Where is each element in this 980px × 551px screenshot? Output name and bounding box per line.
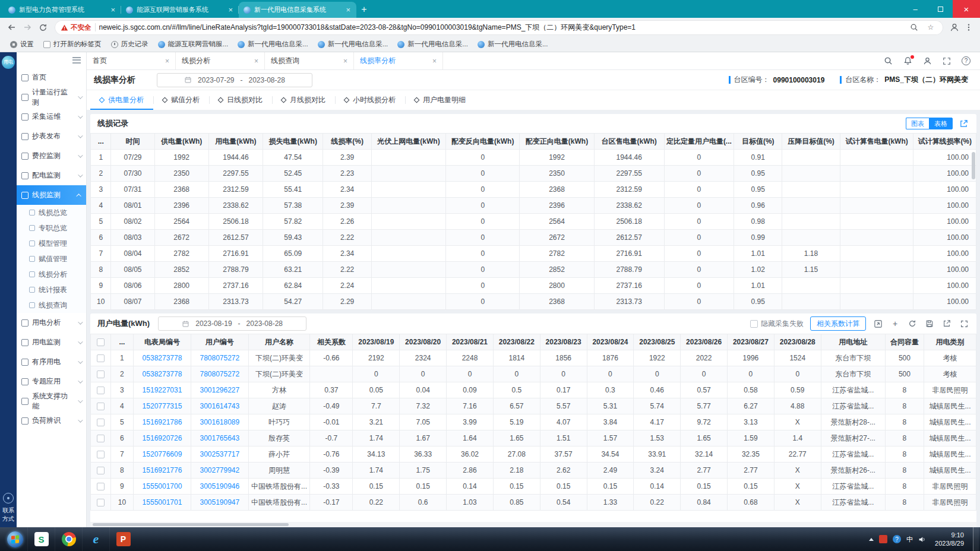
bookmark-star-icon[interactable]: ☆ xyxy=(924,21,937,34)
date-range-picker[interactable]: 2023-07-29 - 2023-08-28 xyxy=(157,73,312,87)
app-tab[interactable]: 线损查询× xyxy=(265,52,354,69)
search-icon[interactable] xyxy=(884,56,893,65)
table-row[interactable]: 715207766093002537717薛小芹-0.7634.1336.333… xyxy=(91,446,976,463)
new-tab-button[interactable]: + xyxy=(356,2,372,17)
sidebar-item-line-loss-monitor[interactable]: 线损监测 xyxy=(17,185,86,205)
row-checkbox[interactable] xyxy=(97,451,105,458)
correlation-calc-button[interactable]: 相关系数计算 xyxy=(810,316,866,331)
table-row[interactable]: 615169207263001765643殷存英-0.71.741.671.64… xyxy=(91,430,976,446)
row-checkbox[interactable] xyxy=(97,499,105,506)
collapse-menu-icon[interactable] xyxy=(72,57,81,64)
user-date-start-input[interactable]: 2023-08-19 xyxy=(195,319,232,328)
sidebar-item-home[interactable]: 首页 xyxy=(17,68,86,87)
sidebar-subitem-line-loss-analysis[interactable]: 线损分析 xyxy=(17,267,86,282)
user-no-link[interactable]: 3001618089 xyxy=(191,414,248,430)
bell-icon[interactable] xyxy=(903,56,912,65)
date-end-input[interactable]: 2023-08-28 xyxy=(249,76,285,84)
browser-tab[interactable]: 新型电力负荷管理系统× xyxy=(4,2,121,18)
table-row[interactable]: 1015550017013005190947中国铁塔股份有...-0.170.2… xyxy=(91,495,976,511)
input-method-icon[interactable]: 中 xyxy=(906,535,913,544)
bookmark-item[interactable]: 新一代用电信息采... xyxy=(314,39,393,50)
sub-tab[interactable]: 月线损对比 xyxy=(272,90,335,110)
sidebar-item-power-analysis[interactable]: 用电分析 xyxy=(17,313,86,332)
table-row[interactable]: 515169217863001618089叶巧巧-0.013.217.053.9… xyxy=(91,414,976,430)
chart-view-button[interactable]: 图表 xyxy=(906,118,929,129)
taskbar-app-internet-explorer[interactable]: e xyxy=(82,527,109,551)
bookmark-item[interactable]: 历史记录 xyxy=(107,39,153,50)
user-no-link[interactable]: 3005190947 xyxy=(191,495,248,511)
taskbar-clock[interactable]: 9:10 2023/8/29 xyxy=(931,531,968,548)
window-minimize-button[interactable]: – xyxy=(903,0,928,18)
bookmark-item[interactable]: 新一代用电信息采... xyxy=(233,39,312,50)
sidebar-subitem-assignment-management[interactable]: 赋值管理 xyxy=(17,251,86,267)
bookmark-item[interactable]: 新一代用电信息采... xyxy=(393,39,472,50)
tab-close-icon[interactable]: × xyxy=(344,5,352,14)
user-icon[interactable] xyxy=(923,56,932,65)
row-checkbox[interactable] xyxy=(97,354,105,362)
tab-close-icon[interactable]: × xyxy=(432,57,437,65)
horizontal-scrollbar[interactable] xyxy=(90,522,976,527)
table-row[interactable]: 307/3123682312.5955.412.34023682312.5900… xyxy=(91,182,976,198)
row-checkbox[interactable] xyxy=(97,403,105,410)
user-no-link[interactable]: 7808075272 xyxy=(191,366,248,382)
sidebar-item-metering-monitor[interactable]: 计量运行监测 xyxy=(17,87,86,107)
save-icon[interactable] xyxy=(924,318,935,329)
export-icon[interactable] xyxy=(957,118,969,129)
fit-columns-icon[interactable] xyxy=(872,318,883,329)
meter-no-link[interactable]: 0538273778 xyxy=(134,350,191,366)
help-icon[interactable]: ? xyxy=(962,56,970,65)
row-checkbox[interactable] xyxy=(97,435,105,442)
sidebar-subitem-model-management[interactable]: 模型管理 xyxy=(17,236,86,251)
table-row[interactable]: 207/3023502297.5552.452.23023502297.5500… xyxy=(91,166,976,182)
sub-tab[interactable]: 用户电量明细 xyxy=(405,90,475,110)
sub-tab[interactable]: 赋值分析 xyxy=(153,90,209,110)
address-bar[interactable]: 不安全 neweic.js.sgcc.com.cn/#/llm/line/Lin… xyxy=(55,20,943,35)
table-row[interactable]: 205382737787808075272下坝(二)环美变0000000000东… xyxy=(91,366,976,382)
sidebar-item-load-identify[interactable]: 负荷辨识 xyxy=(17,411,86,430)
table-row[interactable]: 315192270313001296227方林0.370.050.040.090… xyxy=(91,382,976,398)
export-table-icon[interactable] xyxy=(941,318,952,329)
app-tab[interactable]: 首页× xyxy=(87,52,176,69)
sidebar-item-power-monitor[interactable]: 用电监测 xyxy=(17,332,86,352)
meter-no-link[interactable]: 1516920726 xyxy=(134,430,191,446)
row-checkbox[interactable] xyxy=(97,467,105,474)
table-row[interactable]: 107/2919921944.4647.542.39019921944.4600… xyxy=(91,150,976,166)
sub-tab[interactable]: 小时线损分析 xyxy=(335,90,405,110)
table-fullscreen-icon[interactable] xyxy=(959,318,969,329)
browser-tab[interactable]: 能源互联网营销服务系统× xyxy=(121,2,239,18)
contact-block[interactable]: 联系 方式 xyxy=(2,493,14,522)
profile-icon[interactable] xyxy=(948,21,961,34)
row-checkbox[interactable] xyxy=(97,387,105,394)
table-row[interactable]: 915550017003005190946中国铁塔股份有...-0.330.15… xyxy=(91,479,976,495)
sidebar-subitem-statistical-report[interactable]: 统计报表 xyxy=(17,282,86,297)
window-close-button[interactable]: × xyxy=(953,0,980,18)
table-row[interactable]: 708/0427822716.9165.092.34027822716.9101… xyxy=(91,246,976,262)
user-no-link[interactable]: 3001614743 xyxy=(191,398,248,414)
sidebar-item-distribution-monitor[interactable]: 配电监测 xyxy=(17,166,86,185)
vertical-scrollbar-thumb[interactable] xyxy=(972,152,975,179)
user-no-link[interactable]: 3001765643 xyxy=(191,430,248,446)
app-tab[interactable]: 线损分析× xyxy=(176,52,265,69)
user-date-range-picker[interactable]: 2023-08-19 - 2023-08-28 xyxy=(158,316,306,331)
refresh-table-icon[interactable] xyxy=(907,318,918,329)
refresh-icon[interactable] xyxy=(36,20,50,34)
sidebar-subitem-duty-overview[interactable]: 专职总览 xyxy=(17,220,86,236)
sidebar-item-collection-ops[interactable]: 采集运维 xyxy=(17,107,86,126)
meter-no-link[interactable]: 1555001701 xyxy=(134,495,191,511)
speaker-icon[interactable] xyxy=(918,536,926,543)
sidebar-item-fee-control[interactable]: 费控监测 xyxy=(17,146,86,166)
sidebar-item-system-support[interactable]: 系统支撑功能 xyxy=(17,391,86,411)
user-date-end-input[interactable]: 2023-08-28 xyxy=(246,319,283,328)
zoom-icon[interactable] xyxy=(908,21,921,34)
forward-icon[interactable] xyxy=(20,20,34,34)
browser-menu-icon[interactable] xyxy=(962,21,975,34)
row-checkbox[interactable] xyxy=(97,483,105,490)
table-view-button[interactable]: 表格 xyxy=(929,118,953,129)
table-row[interactable]: 415207773153001614743赵涛-0.497.77.327.166… xyxy=(91,398,976,414)
tab-close-icon[interactable]: × xyxy=(165,57,169,65)
meter-no-link[interactable]: 1519227031 xyxy=(134,382,191,398)
meter-no-link[interactable]: 1516921776 xyxy=(134,463,191,479)
tray-expand-icon[interactable] xyxy=(869,538,874,541)
hide-failed-checkbox[interactable] xyxy=(750,320,758,328)
add-icon[interactable]: + xyxy=(890,318,900,329)
